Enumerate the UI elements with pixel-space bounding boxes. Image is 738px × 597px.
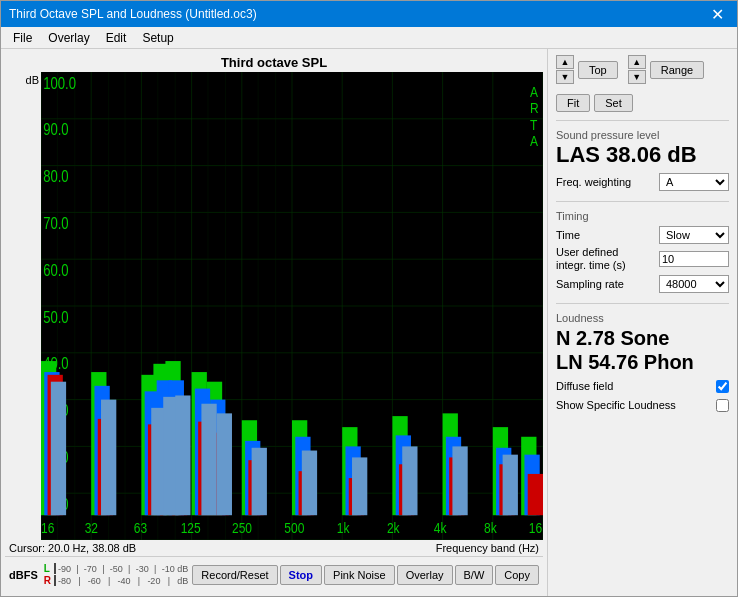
- menu-bar: File Overlay Edit Setup: [1, 27, 737, 49]
- sampling-row: Sampling rate 48000 44100 96000: [556, 275, 729, 293]
- menu-file[interactable]: File: [5, 29, 40, 46]
- svg-rect-103: [201, 404, 216, 515]
- loudness-section: Loudness N 2.78 Sone LN 54.76 Phon: [556, 312, 729, 374]
- window-title: Third Octave SPL and Loudness (Untitled.…: [9, 7, 257, 21]
- top-up-button[interactable]: ▲: [556, 55, 574, 69]
- main-area: Third octave SPL dB: [1, 49, 737, 596]
- svg-rect-107: [352, 457, 367, 515]
- svg-rect-102: [175, 395, 190, 515]
- svg-text:16k: 16k: [529, 520, 543, 537]
- time-select[interactable]: Slow Fast Impulse: [659, 226, 729, 244]
- svg-text:70.0: 70.0: [43, 215, 68, 233]
- chart-wrapper: dB: [5, 72, 543, 540]
- x-axis-info: Cursor: 20.0 Hz, 38.08 dB Frequency band…: [5, 540, 543, 556]
- copy-button[interactable]: Copy: [495, 565, 539, 585]
- menu-edit[interactable]: Edit: [98, 29, 135, 46]
- range-down-button[interactable]: ▼: [628, 70, 646, 84]
- sampling-label: Sampling rate: [556, 278, 624, 290]
- buttons-area: Record/Reset Stop Pink Noise Overlay B/W…: [192, 565, 539, 585]
- top-down-button[interactable]: ▼: [556, 70, 574, 84]
- y-label: dB: [7, 74, 39, 86]
- top-button[interactable]: Top: [578, 61, 618, 79]
- menu-setup[interactable]: Setup: [134, 29, 181, 46]
- right-panel: ▲ ▼ Top ▲ ▼ Range Fit Set: [547, 49, 737, 596]
- overlay-button[interactable]: Overlay: [397, 565, 453, 585]
- svg-text:125: 125: [181, 520, 201, 537]
- svg-text:250: 250: [232, 520, 252, 537]
- svg-rect-99: [101, 400, 116, 516]
- svg-text:63: 63: [134, 520, 147, 537]
- spl-value: LAS 38.06 dB: [556, 143, 729, 167]
- svg-text:R: R: [530, 100, 539, 117]
- integr-input[interactable]: 10: [659, 251, 729, 267]
- svg-rect-106: [302, 451, 317, 516]
- meter-L-label: L: [44, 563, 52, 574]
- cursor-info: Cursor: 20.0 Hz, 38.08 dB: [9, 542, 136, 554]
- freq-label: Frequency band (Hz): [436, 542, 539, 554]
- fit-button[interactable]: Fit: [556, 94, 590, 112]
- bw-button[interactable]: B/W: [455, 565, 494, 585]
- menu-overlay[interactable]: Overlay: [40, 29, 97, 46]
- svg-text:16: 16: [41, 520, 54, 537]
- svg-rect-108: [402, 446, 417, 515]
- svg-rect-110: [503, 455, 518, 516]
- svg-rect-97: [528, 474, 543, 515]
- spl-section-label: Sound pressure level: [556, 129, 729, 141]
- integr-row: User definedintegr. time (s) 10: [556, 246, 729, 272]
- loudness-value: N 2.78 Sone LN 54.76 Phon: [556, 326, 729, 374]
- timing-title: Timing: [556, 210, 729, 222]
- time-row: Time Slow Fast Impulse: [556, 226, 729, 244]
- spl-section: Sound pressure level LAS 38.06 dB: [556, 129, 729, 167]
- chart-title: Third octave SPL: [5, 53, 543, 72]
- stop-button[interactable]: Stop: [280, 565, 322, 585]
- time-label: Time: [556, 229, 580, 241]
- diffuse-field-checkbox[interactable]: [716, 380, 729, 393]
- nav-controls: ▲ ▼ Top ▲ ▼ Range Fit Set: [556, 55, 729, 112]
- svg-rect-105: [252, 448, 267, 515]
- pink-noise-button[interactable]: Pink Noise: [324, 565, 395, 585]
- svg-text:60.0: 60.0: [43, 261, 68, 279]
- range-up-button[interactable]: ▲: [628, 55, 646, 69]
- chart-area: Third octave SPL dB: [1, 49, 547, 596]
- sampling-select[interactable]: 48000 44100 96000: [659, 275, 729, 293]
- freq-weighting-label: Freq. weighting: [556, 176, 631, 188]
- divider-1: [556, 120, 729, 121]
- main-window: Third Octave SPL and Loudness (Untitled.…: [0, 0, 738, 597]
- svg-text:1k: 1k: [337, 520, 350, 537]
- integr-label: User definedintegr. time (s): [556, 246, 626, 272]
- show-specific-label: Show Specific Loudness: [556, 399, 676, 411]
- set-button[interactable]: Set: [594, 94, 633, 112]
- record-reset-button[interactable]: Record/Reset: [192, 565, 277, 585]
- svg-text:100.0: 100.0: [43, 74, 76, 92]
- loudness-section-label: Loudness: [556, 312, 729, 324]
- svg-text:80.0: 80.0: [43, 168, 68, 186]
- range-button[interactable]: Range: [650, 61, 704, 79]
- show-specific-row: Show Specific Loudness: [556, 399, 729, 412]
- divider-3: [556, 303, 729, 304]
- svg-text:90.0: 90.0: [43, 121, 68, 139]
- svg-text:8k: 8k: [484, 520, 497, 537]
- svg-text:A: A: [530, 133, 539, 150]
- svg-rect-98: [51, 382, 66, 516]
- title-bar: Third Octave SPL and Loudness (Untitled.…: [1, 1, 737, 27]
- dBFS-label: dBFS: [9, 569, 38, 581]
- divider-2: [556, 201, 729, 202]
- close-button[interactable]: ✕: [705, 2, 729, 26]
- chart-svg: 100.0 90.0 80.0 70.0 60.0 50.0 40.0 30.0…: [41, 72, 543, 540]
- bottom-bar: dBFS L -90 | -70 | -50 |: [5, 556, 543, 592]
- freq-weighting-row: Freq. weighting A B C Z: [556, 173, 729, 191]
- diffuse-field-row: Diffuse field: [556, 380, 729, 393]
- svg-text:T: T: [530, 117, 538, 134]
- meter-R-label: R: [44, 575, 52, 586]
- svg-text:A: A: [530, 83, 539, 100]
- timing-section: Timing Time Slow Fast Impulse User defin…: [556, 210, 729, 294]
- svg-text:50.0: 50.0: [43, 308, 68, 326]
- svg-text:4k: 4k: [434, 520, 447, 537]
- diffuse-field-label: Diffuse field: [556, 380, 613, 392]
- svg-rect-109: [452, 446, 467, 515]
- svg-rect-104: [217, 413, 232, 515]
- freq-weighting-select[interactable]: A B C Z: [659, 173, 729, 191]
- svg-text:500: 500: [284, 520, 304, 537]
- show-specific-checkbox[interactable]: [716, 399, 729, 412]
- svg-text:2k: 2k: [387, 520, 400, 537]
